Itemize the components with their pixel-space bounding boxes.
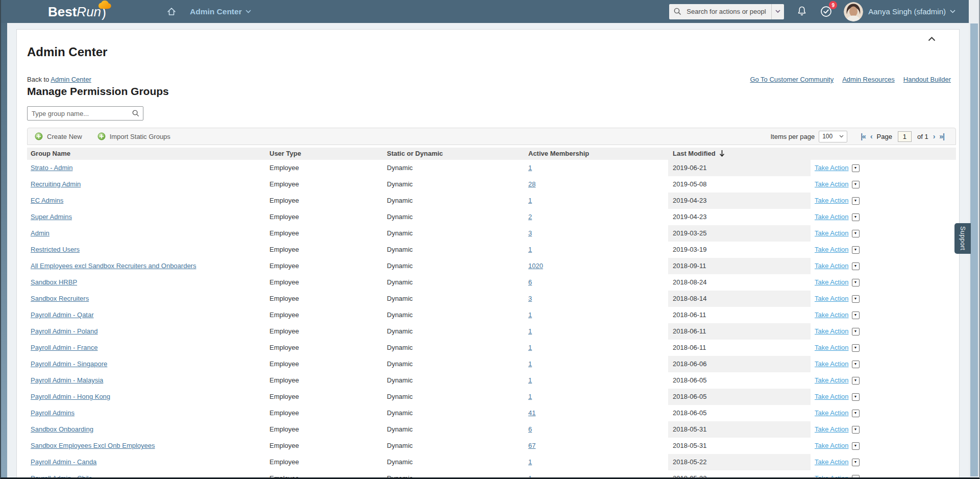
page-number-input[interactable] — [898, 131, 912, 142]
take-action-link[interactable]: Take Action — [815, 389, 849, 405]
take-action-link[interactable]: Take Action — [815, 274, 849, 291]
take-action-link[interactable]: Take Action — [815, 340, 849, 356]
active-membership-link[interactable]: 2 — [528, 209, 532, 225]
take-action-link[interactable]: Take Action — [815, 372, 849, 389]
take-action-link[interactable]: Take Action — [815, 291, 849, 307]
first-page-icon[interactable]: |« — [861, 133, 866, 140]
take-action-link[interactable]: Take Action — [815, 209, 849, 225]
next-page-icon[interactable]: › — [933, 133, 935, 140]
group-name-link[interactable]: Recruiting Admin — [31, 176, 81, 193]
take-action-dropdown-icon[interactable]: ▼ — [852, 295, 860, 303]
col-header-static-dynamic[interactable]: Static or Dynamic — [387, 148, 443, 160]
active-membership-link[interactable]: 1 — [528, 242, 532, 258]
take-action-dropdown-icon[interactable]: ▼ — [852, 442, 860, 450]
customer-community-link[interactable]: Go To Customer Community — [750, 76, 834, 83]
take-action-link[interactable]: Take Action — [815, 454, 849, 470]
group-name-link[interactable]: Sandbox Recruiters — [31, 291, 89, 307]
take-action-link[interactable]: Take Action — [815, 258, 849, 274]
take-action-dropdown-icon[interactable]: ▼ — [852, 459, 860, 466]
group-name-link[interactable]: Payroll Admin - Qatar — [31, 307, 94, 323]
take-action-dropdown-icon[interactable]: ▼ — [852, 279, 860, 286]
active-membership-link[interactable]: 1 — [528, 470, 532, 477]
active-membership-link[interactable]: 1 — [528, 340, 532, 356]
import-static-groups-button[interactable]: Import Static Groups — [97, 132, 170, 140]
take-action-link[interactable]: Take Action — [815, 225, 849, 242]
col-header-active-membership[interactable]: Active Membership — [528, 148, 589, 160]
col-header-user-type[interactable]: User Type — [270, 148, 301, 160]
take-action-link[interactable]: Take Action — [815, 356, 849, 372]
active-membership-link[interactable]: 1 — [528, 356, 532, 372]
take-action-link[interactable]: Take Action — [815, 193, 849, 209]
sort-descending-icon[interactable] — [719, 150, 725, 157]
active-membership-link[interactable]: 1 — [528, 307, 532, 323]
group-name-link[interactable]: Admin — [31, 225, 50, 242]
take-action-link[interactable]: Take Action — [815, 242, 849, 258]
create-new-button[interactable]: Create New — [35, 132, 82, 140]
header-search-input[interactable] — [685, 7, 767, 16]
take-action-dropdown-icon[interactable]: ▼ — [852, 377, 860, 385]
handout-builder-link[interactable]: Handout Builder — [903, 76, 951, 83]
nav-module-menu[interactable]: Admin Center — [190, 7, 251, 16]
take-action-link[interactable]: Take Action — [815, 176, 849, 193]
collapse-panel-icon[interactable] — [927, 36, 937, 42]
active-membership-link[interactable]: 3 — [528, 291, 532, 307]
group-name-link[interactable]: Restricted Users — [31, 242, 80, 258]
take-action-dropdown-icon[interactable]: ▼ — [852, 197, 860, 205]
avatar[interactable] — [844, 2, 863, 21]
take-action-dropdown-icon[interactable]: ▼ — [852, 426, 860, 434]
col-header-last-modified[interactable]: Last Modified — [673, 148, 716, 160]
take-action-dropdown-icon[interactable]: ▼ — [852, 312, 860, 319]
group-name-link[interactable]: Sandbox Employees Excl Onb Employees — [31, 438, 155, 454]
group-name-link[interactable]: Payroll Admin - Canda — [31, 454, 96, 470]
search-scope-dropdown[interactable] — [771, 4, 784, 19]
items-per-page-select[interactable]: 100 — [819, 131, 847, 142]
last-page-icon[interactable]: »| — [939, 133, 944, 140]
group-name-link[interactable]: Payroll Admin - Malaysia — [31, 372, 103, 389]
support-tab[interactable]: Support — [954, 223, 971, 254]
back-link[interactable]: Admin Center — [51, 76, 91, 83]
active-membership-link[interactable]: 6 — [528, 274, 532, 291]
take-action-link[interactable]: Take Action — [815, 323, 849, 340]
col-header-group-name[interactable]: Group Name — [31, 148, 70, 160]
group-name-link[interactable]: Payroll Admin - Poland — [31, 323, 98, 340]
user-menu[interactable]: Aanya Singh (sfadmin) — [868, 7, 955, 16]
take-action-dropdown-icon[interactable]: ▼ — [852, 230, 860, 237]
active-membership-link[interactable]: 1 — [528, 193, 532, 209]
take-action-dropdown-icon[interactable]: ▼ — [852, 410, 860, 417]
take-action-dropdown-icon[interactable]: ▼ — [852, 181, 860, 188]
header-search[interactable] — [669, 4, 771, 19]
take-action-dropdown-icon[interactable]: ▼ — [852, 246, 860, 254]
active-membership-link[interactable]: 28 — [528, 176, 535, 193]
todo-check-icon[interactable]: 9 — [820, 5, 832, 18]
take-action-link[interactable]: Take Action — [815, 470, 849, 477]
take-action-dropdown-icon[interactable]: ▼ — [852, 475, 860, 478]
take-action-dropdown-icon[interactable]: ▼ — [852, 213, 860, 221]
group-name-link[interactable]: Sandbox Onboarding — [31, 421, 93, 438]
group-name-link[interactable]: Payroll Admin - France — [31, 340, 98, 356]
take-action-dropdown-icon[interactable]: ▼ — [852, 393, 860, 401]
active-membership-link[interactable]: 1 — [528, 372, 532, 389]
group-name-link[interactable]: All Employees excl Sandbox Recruiters an… — [31, 258, 196, 274]
group-name-link[interactable]: Payroll Admins — [31, 405, 75, 421]
group-name-filter-input[interactable] — [27, 106, 143, 121]
take-action-link[interactable]: Take Action — [815, 438, 849, 454]
group-name-link[interactable]: Payroll Admin - Singapore — [31, 356, 107, 372]
active-membership-link[interactable]: 1 — [528, 454, 532, 470]
take-action-dropdown-icon[interactable]: ▼ — [852, 262, 860, 270]
take-action-dropdown-icon[interactable]: ▼ — [852, 344, 860, 352]
take-action-dropdown-icon[interactable]: ▼ — [852, 164, 860, 172]
group-name-link[interactable]: Payroll Admin - Hong Kong — [31, 389, 110, 405]
prev-page-icon[interactable]: ‹ — [870, 133, 872, 140]
notifications-bell-icon[interactable] — [796, 6, 807, 17]
active-membership-link[interactable]: 1 — [528, 323, 532, 340]
take-action-dropdown-icon[interactable]: ▼ — [852, 328, 860, 336]
take-action-link[interactable]: Take Action — [815, 421, 849, 438]
active-membership-link[interactable]: 3 — [528, 225, 532, 242]
group-name-link[interactable]: EC Admins — [31, 193, 63, 209]
active-membership-link[interactable]: 6 — [528, 421, 532, 438]
take-action-link[interactable]: Take Action — [815, 405, 849, 421]
take-action-dropdown-icon[interactable]: ▼ — [852, 361, 860, 368]
bestrun-logo[interactable]: BestRun) — [48, 5, 106, 18]
group-name-link[interactable]: Strato - Admin — [31, 160, 72, 176]
active-membership-link[interactable]: 1020 — [528, 258, 543, 274]
